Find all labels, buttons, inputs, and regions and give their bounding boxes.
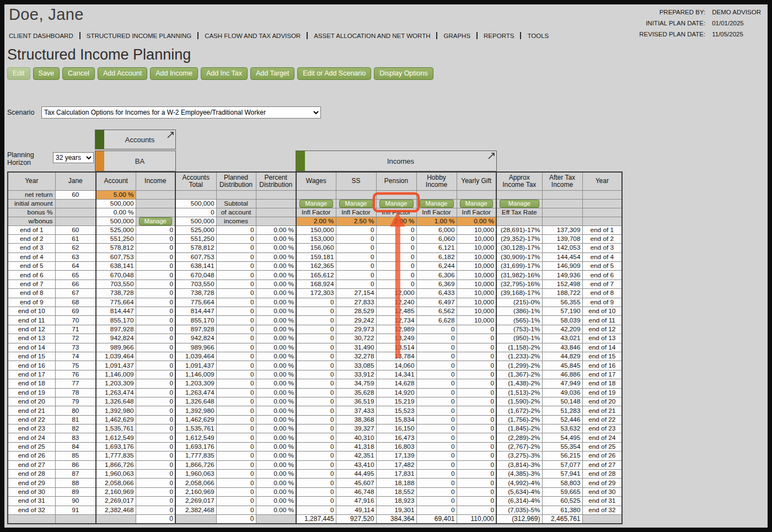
add-target-button[interactable]: Add Target <box>250 67 294 80</box>
nav-item-asset-allocation-and-net-worth[interactable]: ASSET ALLOCATION AND NET WORTH <box>314 33 430 39</box>
percent-distribution-cell: 0.00 % <box>256 497 296 506</box>
manage-pension-button[interactable]: Manage <box>379 200 414 208</box>
pension-cell <box>376 190 416 199</box>
percent-distribution-cell: 0.00 % <box>256 370 296 379</box>
app-window: Doe, Jane PREPARED BY: DEMO ADVISOR INIT… <box>4 4 768 528</box>
wages-cell: 0 <box>296 424 336 433</box>
nav-item-tools[interactable]: TOOLS <box>527 33 549 39</box>
year-cell: end of 27 <box>8 460 55 469</box>
manage-hobby-income-button[interactable]: Manage <box>420 200 454 208</box>
planning-table: YearJaneAccountIncomeAccounts TotalPlann… <box>7 171 623 524</box>
ss-cell: 29,242 <box>336 316 376 325</box>
cancel-button[interactable]: Cancel <box>62 67 95 80</box>
nav-separator <box>79 32 81 39</box>
percent-distribution-cell: 0.00 % <box>256 452 296 460</box>
save-button[interactable]: Save <box>33 67 60 80</box>
planned-distribution-cell: 0 <box>216 262 256 271</box>
incomes-group-label: Incomes <box>305 151 496 171</box>
planning-horizon-select[interactable]: 32 years <box>53 152 94 163</box>
nav-item-graphs[interactable]: GRAPHS <box>443 33 470 39</box>
accounts-total-cell: 897,928 <box>175 325 216 334</box>
col-header-percent-distribution: Percent Distribution <box>256 172 296 190</box>
year-cell: end of 18 <box>8 379 55 388</box>
table-row: end of 24831,612,54901,612,54900.00 %040… <box>8 433 622 442</box>
after-tax-income-cell: 47,949 <box>542 379 582 388</box>
percent-distribution-cell: 0.00 % <box>256 225 296 234</box>
pension-cell: 18,188 <box>376 479 416 487</box>
wages-cell: 0 <box>296 415 336 424</box>
manage-wages-button[interactable]: Manage <box>299 200 333 208</box>
nav-item-client-dashboard[interactable]: CLIENT DASHBOARD <box>9 33 73 39</box>
hobby-income-cell: 0 <box>416 479 457 487</box>
manage-ss-button[interactable]: Manage <box>339 200 373 208</box>
add-inc-tax-button[interactable]: Add Inc Tax <box>201 67 248 80</box>
yearly-gift-cell: 0 <box>457 479 496 487</box>
year-cell: end of 5 <box>8 262 55 271</box>
initial-plan-date-label: INITIAL PLAN DATE: <box>639 20 705 26</box>
incomes-expand-icon[interactable] <box>487 152 495 160</box>
table-row: end of 1372942,8240942,82400.00 %030,722… <box>8 334 622 343</box>
percent-distribution-cell: 0.00 % <box>256 252 296 261</box>
hobby-income-cell: 0 <box>416 406 457 415</box>
percent-distribution-cell: 0.00 % <box>256 298 296 307</box>
table-row: end of 1473989,9660989,96600.00 %031,490… <box>8 343 622 352</box>
income-cell: 0 <box>136 487 175 496</box>
account-cell: 1,462,629 <box>96 415 136 424</box>
accounts-total-cell: 670,048 <box>175 271 216 280</box>
planned-distribution-cell: 0 <box>216 307 256 316</box>
scenario-select[interactable]: Tax Calculation Options for Incomes for … <box>41 106 321 119</box>
manage-income-button[interactable]: Manage <box>139 217 173 225</box>
table-row: end of 26851,777,83501,777,83500.00 %042… <box>8 452 622 460</box>
ss-cell: 49,114 <box>336 506 376 514</box>
setup-row-label: w/bonus <box>8 217 55 225</box>
income-cell <box>136 190 175 199</box>
income-cell: 0 <box>136 452 175 460</box>
percent-distribution-cell: 0.00 % <box>256 379 296 388</box>
hobby-income-cell: 6,060 <box>416 234 457 243</box>
wages-cell: 0 <box>296 452 336 460</box>
planned-distribution-cell: 0 <box>216 424 256 433</box>
col-header-hobby-income: Hobby Income <box>416 172 457 190</box>
wages-cell: 0 <box>296 442 336 451</box>
add-income-button[interactable]: Add Income <box>150 67 198 80</box>
hobby-income-cell: 0 <box>416 361 457 370</box>
nav-item-structured-income-planning[interactable]: STRUCTURED INCOME PLANNING <box>87 33 191 39</box>
display-options-button[interactable]: Display Options <box>374 67 433 80</box>
col-header-planned-distribution: Planned Distribution <box>216 172 256 190</box>
planned-distribution-cell: 0 <box>216 325 256 334</box>
edit-or-add-scenario-button[interactable]: Edit or Add Scenario <box>297 67 371 80</box>
accounts-total-cell: 500,000 <box>175 217 216 225</box>
approx-income-tax-cell: (28,691)-17% <box>496 225 542 234</box>
nav-item-cash-flow-and-tax-advisor[interactable]: CASH FLOW AND TAX ADVISOR <box>205 33 301 39</box>
income-cell: 0 <box>136 234 175 243</box>
account-cell: 2,058,066 <box>96 479 136 487</box>
year-right-cell: end of 27 <box>582 460 622 469</box>
year-right-cell: end of 9 <box>582 298 622 307</box>
year-cell: end of 2 <box>8 234 55 243</box>
planned-distribution-cell <box>216 190 256 199</box>
total-accounts-total-cell <box>175 515 216 524</box>
hobby-income-cell: 1.00 % <box>416 217 457 225</box>
pension-cell: 12,000 <box>376 289 416 298</box>
edit-button[interactable]: Edit <box>7 67 30 80</box>
account-cell: 1,866,726 <box>96 460 136 469</box>
pension-cell: 17,831 <box>376 470 416 479</box>
planned-distribution-cell: 0 <box>216 271 256 280</box>
jane-cell <box>55 217 96 225</box>
pension-cell: 14,628 <box>376 379 416 388</box>
account-cell: 638,141 <box>96 262 136 271</box>
manage-yearly-gift-button[interactable]: Manage <box>460 200 494 208</box>
nav-item-reports[interactable]: REPORTS <box>484 33 514 39</box>
add-account-button[interactable]: Add Account <box>98 67 147 80</box>
year-cell: end of 7 <box>8 280 55 288</box>
manage-approx-income-tax-button[interactable]: Manage <box>500 200 539 208</box>
year-cell: end of 11 <box>8 316 55 325</box>
year-cell: end of 26 <box>8 452 55 460</box>
hobby-income-cell: 0 <box>416 388 457 397</box>
account-cell: 775,664 <box>96 298 136 307</box>
accounts-expand-icon[interactable] <box>167 131 174 139</box>
wages-cell: 2.00 % <box>296 217 336 225</box>
approx-income-tax-cell: (1,513)-2% <box>496 388 542 397</box>
accounts-total-cell: 1,960,063 <box>175 470 216 479</box>
ss-cell: 0 <box>336 234 376 243</box>
